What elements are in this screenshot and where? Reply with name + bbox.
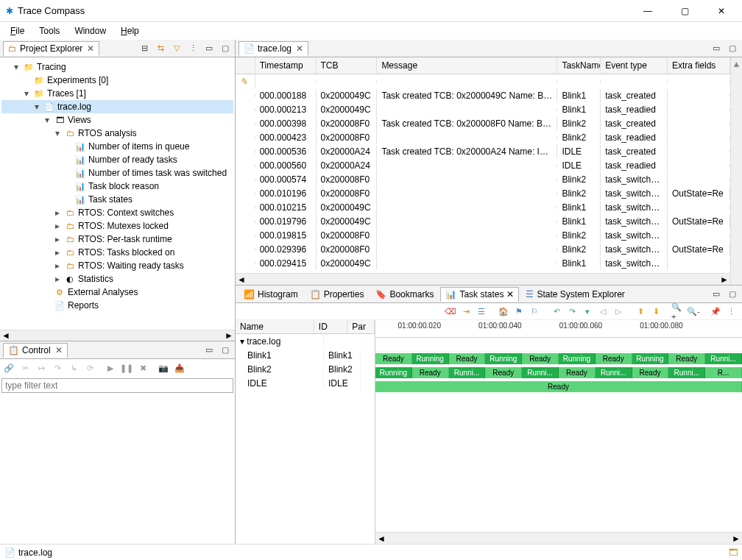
menu-window[interactable]: Window — [67, 24, 113, 38]
table-row[interactable]: 000.0197960x2000049CBlink1task_switched_… — [236, 214, 730, 228]
gantt-segment[interactable]: Running — [485, 353, 522, 364]
step-over-icon[interactable]: ↷ — [50, 361, 65, 375]
minimize-view-icon[interactable]: ▭ — [202, 344, 216, 357]
snapshot-icon[interactable]: 📷 — [156, 361, 171, 375]
next-marker-icon[interactable]: ↷ — [565, 305, 579, 318]
minimize-button[interactable]: — — [633, 2, 662, 20]
step-in-icon[interactable]: ↳ — [66, 361, 81, 375]
ts-tree-row[interactable]: Blink1Blink1 — [236, 348, 375, 362]
tab-histogram[interactable]: 📶Histogram — [239, 287, 303, 302]
gantt-segment[interactable]: Ready — [375, 381, 742, 392]
tree-item[interactable]: 📊Task block reason — [1, 180, 233, 193]
legend-icon[interactable]: ☰ — [475, 305, 488, 318]
events-vscrollbar[interactable]: ▲ — [730, 57, 742, 285]
connect-icon[interactable]: 🔗 — [1, 361, 16, 375]
col-message[interactable]: Message — [377, 57, 557, 74]
gantt-row[interactable] — [375, 338, 742, 352]
zoom-out-icon[interactable]: 🔍- — [687, 305, 700, 318]
gantt-segment[interactable]: Runni... — [449, 367, 486, 378]
import-icon[interactable]: 📥 — [172, 361, 187, 375]
gantt-segment[interactable]: Running — [632, 353, 669, 364]
gantt-row[interactable]: ReadyRunningReadyRunningReadyRunningRead… — [375, 352, 742, 366]
project-explorer-tree[interactable]: ▾📁Tracing 📁Experiments [0] ▾📁Traces [1] … — [0, 57, 235, 330]
table-row[interactable]: 000.0293960x200008F0Blink2task_switched_… — [236, 242, 730, 256]
ts-col-name[interactable]: Name — [236, 320, 314, 333]
events-hscrollbar[interactable]: ◄► — [236, 273, 730, 285]
table-row[interactable]: 000.0005740x200008F0Blink2task_switched_… — [236, 172, 730, 186]
hscrollbar[interactable]: ◄► — [0, 330, 235, 341]
tree-node-traces[interactable]: ▾📁Traces [1] — [1, 87, 233, 100]
gantt-segment[interactable]: Runni... — [705, 353, 742, 364]
view-menu-icon[interactable]: ⋮ — [724, 305, 738, 318]
gantt-hscrollbar[interactable]: ◄► — [375, 532, 742, 544]
gantt-segment[interactable]: R... — [705, 367, 742, 378]
gantt-segment[interactable]: Ready — [485, 367, 522, 378]
tree-item[interactable]: 📊Number of times task was switched — [1, 166, 233, 180]
link-editor-icon[interactable]: ⇆ — [154, 42, 167, 55]
table-row[interactable]: 000.0294150x2000049CBlink1task_switched_… — [236, 256, 730, 270]
status-indicator-icon[interactable]: 🗔 — [729, 547, 738, 558]
down-arrow-icon[interactable]: ⬇ — [649, 305, 662, 318]
ts-col-id[interactable]: ID — [314, 320, 347, 333]
table-row[interactable]: 000.0101960x200008F0Blink2task_switched_… — [236, 186, 730, 200]
filter-input[interactable] — [1, 378, 233, 393]
tree-node-sub[interactable]: ▸🗀RTOS: Waiting ready tasks — [1, 259, 233, 272]
close-icon[interactable]: ✕ — [296, 43, 303, 54]
gantt-segment[interactable]: Ready — [449, 353, 486, 364]
table-row[interactable]: 000.0005360x20000A24Task created TCB: 0x… — [236, 144, 730, 158]
task-states-tree[interactable]: Name ID Par ▾ trace.log Blink1Blink1 Bli… — [236, 320, 375, 544]
table-row[interactable]: 000.0004230x200008F0Blink2task_readied — [236, 130, 730, 144]
gantt-segment[interactable]: Running — [559, 353, 596, 364]
filter-remove-icon[interactable]: ⌫ — [444, 305, 457, 318]
close-icon[interactable]: ✕ — [87, 43, 94, 54]
ts-col-par[interactable]: Par — [347, 320, 375, 333]
tab-bookmarks[interactable]: 🔖Bookmarks — [370, 287, 439, 302]
search-row-icon[interactable]: ✎ — [236, 75, 255, 88]
gantt-segment[interactable]: Running — [412, 353, 449, 364]
table-row[interactable]: 000.0005600x20000A24IDLEtask_readied — [236, 158, 730, 172]
tree-item[interactable]: 📊Number of items in queue — [1, 140, 233, 153]
menu-file[interactable]: File — [3, 24, 32, 38]
tree-node-tracelog[interactable]: ▾📄trace.log — [1, 100, 233, 113]
tree-node-statistics[interactable]: ▸◐Statistics — [1, 272, 233, 286]
next-event-icon[interactable]: ▷ — [612, 305, 625, 318]
marker-set-icon[interactable]: ▾ — [581, 305, 594, 318]
search-cell[interactable] — [557, 80, 601, 83]
col-event-type[interactable]: Event type — [601, 57, 668, 74]
step-icon[interactable]: ↦ — [34, 361, 49, 375]
gantt-row[interactable]: RunningReadyRunni...ReadyRunni...ReadyRu… — [375, 366, 742, 380]
tree-node-rtos-analysis[interactable]: ▾🗀RTOS analysis — [1, 127, 233, 140]
table-row[interactable]: 000.0002130x2000049CBlink1task_readied — [236, 102, 730, 116]
prev-event-icon[interactable]: ◁ — [596, 305, 610, 318]
tab-tracelog-editor[interactable]: 📄 trace.log ✕ — [239, 41, 308, 56]
gantt-segment[interactable]: Runni... — [668, 367, 705, 378]
gantt-segment[interactable]: Ready — [412, 367, 449, 378]
collapse-all-icon[interactable]: ⊟ — [138, 42, 151, 55]
tree-node-sub[interactable]: ▸🗀RTOS: Tasks blocked on — [1, 246, 233, 259]
col-timestamp[interactable]: Timestamp — [255, 57, 317, 74]
tab-project-explorer[interactable]: 🗀 Project Explorer ✕ — [3, 41, 99, 56]
table-row[interactable]: 000.0001880x2000049CTask created TCB: 0x… — [236, 88, 730, 102]
bookmark-add-icon[interactable]: ⚑ — [512, 305, 526, 318]
tab-properties[interactable]: 📋Properties — [305, 287, 370, 302]
home-icon[interactable]: 🏠 — [497, 305, 510, 318]
close-button[interactable]: ✕ — [707, 2, 736, 20]
col-taskname[interactable]: TaskName — [557, 57, 601, 74]
play-icon[interactable]: ▶ — [103, 361, 118, 375]
col-icon[interactable] — [236, 57, 255, 74]
table-row[interactable]: 000.0198150x200008F0Blink2task_switched_… — [236, 228, 730, 242]
events-table-body[interactable]: ✎000.0001880x2000049CTask created TCB: 0… — [236, 74, 730, 273]
search-cell[interactable] — [601, 80, 668, 83]
search-cell[interactable] — [317, 80, 378, 83]
gantt-segment[interactable]: Ready — [559, 367, 596, 378]
ts-tree-row[interactable]: ▾ trace.log — [236, 334, 375, 348]
search-cell[interactable] — [377, 80, 557, 83]
pin-icon[interactable]: 📌 — [709, 305, 722, 318]
stop-icon[interactable]: ✖ — [135, 361, 150, 375]
tree-node-sub[interactable]: ▸🗀RTOS: Mutexes locked — [1, 219, 233, 233]
menu-tools[interactable]: Tools — [32, 24, 67, 38]
maximize-button[interactable]: ▢ — [670, 2, 699, 20]
table-row[interactable]: 000.0003980x200008F0Task created TCB: 0x… — [236, 116, 730, 130]
tree-node-tracing[interactable]: ▾📁Tracing — [1, 60, 233, 74]
gantt-segment[interactable]: Running — [375, 367, 412, 378]
